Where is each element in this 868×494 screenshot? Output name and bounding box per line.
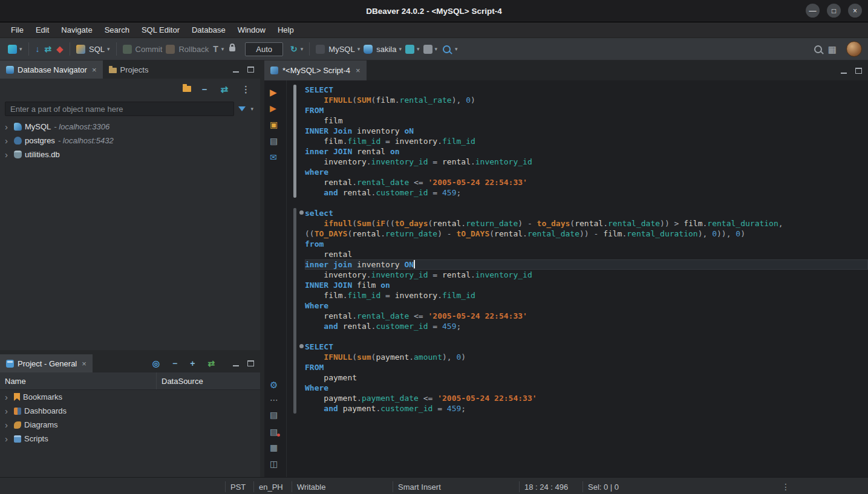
results-grid-icon[interactable]: ▦ xyxy=(270,443,278,452)
maximize-view-icon[interactable] xyxy=(247,360,254,366)
export-results-icon[interactable]: ✉ xyxy=(270,153,277,161)
tree-item-postgres[interactable]: ›postgres - localhost:5432 xyxy=(0,134,260,148)
minimize-view-icon[interactable] xyxy=(233,360,239,366)
code-line[interactable]: Where xyxy=(305,383,868,393)
lock-icon[interactable] xyxy=(229,47,235,51)
code-line[interactable]: and rental.customer_id = 459; xyxy=(305,187,868,198)
table-row-dashboards[interactable]: ›Dashboards xyxy=(0,404,260,418)
expander-icon[interactable]: › xyxy=(5,434,11,443)
arrows-swap-icon[interactable]: ⇄ xyxy=(45,45,52,53)
printer-icon[interactable] xyxy=(423,45,432,54)
collapse-all-icon[interactable]: − xyxy=(202,85,207,94)
chevron-down-icon[interactable]: ▾ xyxy=(399,46,402,52)
vertical-sash[interactable] xyxy=(260,60,264,477)
dbeaver-logo[interactable] xyxy=(846,41,862,57)
output-log-icon[interactable]: ▤ xyxy=(270,411,278,419)
code-line[interactable]: film.film_id = inventory.film_id xyxy=(305,136,868,146)
red-diamond-icon[interactable]: ◆ xyxy=(56,45,63,53)
expander-icon[interactable]: › xyxy=(5,122,11,131)
locate-object-icon[interactable]: ◎ xyxy=(152,359,160,368)
horizontal-sash[interactable] xyxy=(0,350,260,354)
code-line[interactable]: film.film_id = inventory.film_id xyxy=(305,290,868,301)
code-line[interactable]: and rental.customer_id = 459; xyxy=(305,321,868,331)
maximize-window-button[interactable]: □ xyxy=(827,4,841,18)
sql-editor-icon[interactable] xyxy=(76,45,85,54)
code-line[interactable]: IFNULL(SUM(film.rental_rate), 0) xyxy=(305,95,868,105)
chevron-down-icon[interactable]: ▾ xyxy=(435,46,438,52)
chevron-down-icon[interactable]: ▾ xyxy=(250,106,253,112)
expander-icon[interactable]: › xyxy=(5,150,11,159)
statement-marker[interactable] xyxy=(299,344,304,348)
view-menu-icon[interactable]: ⋮ xyxy=(241,85,250,94)
maximize-view-icon[interactable] xyxy=(855,68,862,74)
close-window-button[interactable]: × xyxy=(848,4,862,18)
sql-dropdown[interactable]: SQL xyxy=(89,45,105,54)
expand-icon[interactable]: + xyxy=(190,359,195,368)
code-line[interactable] xyxy=(305,198,868,208)
tab-database-navigator[interactable]: Database Navigator × xyxy=(0,60,103,79)
code-line[interactable]: select xyxy=(305,208,868,218)
settings-gear-icon[interactable]: ⚙ xyxy=(270,380,278,389)
tab-projects[interactable]: Projects xyxy=(103,60,155,79)
filter-funnel-icon[interactable] xyxy=(238,106,246,111)
menu-item-edit[interactable]: Edit xyxy=(30,22,55,37)
rollback-button[interactable]: Rollback xyxy=(178,45,209,54)
code-line[interactable]: FROM xyxy=(305,362,868,372)
chevron-down-icon[interactable]: ▾ xyxy=(301,46,304,52)
code-line[interactable]: ifnull(Sum(iF((tO_days(rental.return_dat… xyxy=(305,218,868,229)
more-actions-icon[interactable]: ⋯ xyxy=(270,395,278,404)
tab-sql-script[interactable]: *<MySQL> Script-4 × xyxy=(264,60,367,80)
close-icon[interactable]: × xyxy=(82,359,86,368)
code-line[interactable]: FROM xyxy=(305,105,868,115)
code-line[interactable]: Where xyxy=(305,301,868,311)
close-icon[interactable]: × xyxy=(92,65,97,74)
code-line[interactable]: and payment.customer_id = 459; xyxy=(305,403,868,414)
layout-panel-icon[interactable]: ◫ xyxy=(270,460,278,468)
explain-plan-icon[interactable]: ▤ xyxy=(270,137,278,145)
code-line[interactable]: ((TO_DAYS(rental.return_date) - tO_DAYS(… xyxy=(305,229,868,239)
schema-database-icon[interactable] xyxy=(364,45,373,54)
code-line[interactable]: where xyxy=(305,167,868,177)
table-row-scripts[interactable]: ›Scripts xyxy=(0,432,260,446)
minimize-view-icon[interactable] xyxy=(233,67,239,73)
commit-button[interactable]: Commit xyxy=(135,45,163,54)
error-log-icon[interactable]: ▤ xyxy=(270,427,278,436)
code-line[interactable]: IFNULL(sum(payment.amount), 0) xyxy=(305,352,868,362)
close-icon[interactable]: × xyxy=(356,66,361,75)
code-line[interactable]: SELECT xyxy=(305,85,868,95)
network-icon[interactable] xyxy=(405,45,414,54)
rollback-icon[interactable] xyxy=(166,45,175,54)
menu-item-help[interactable]: Help xyxy=(272,22,300,37)
expand-folder-icon[interactable] xyxy=(183,86,191,92)
commit-icon[interactable] xyxy=(123,45,132,54)
execute-statement-icon[interactable]: ▶ xyxy=(270,88,277,97)
code-line[interactable]: payment.payment_date <= '2005-05-24 22:5… xyxy=(305,393,868,403)
link-with-editor-icon[interactable]: ⇄ xyxy=(220,85,228,94)
code-line[interactable]: rental.rental_date <= '2005-05-24 22:54:… xyxy=(305,177,868,187)
chevron-down-icon[interactable]: ▾ xyxy=(221,46,224,52)
code-line[interactable]: inner join inventory ON xyxy=(305,259,868,270)
code-line[interactable]: rental xyxy=(305,249,868,259)
connection-plug-icon[interactable] xyxy=(316,45,325,54)
arrow-down-icon[interactable]: ↓ xyxy=(36,45,40,53)
tree-item-utilities-db[interactable]: ›utilities.db xyxy=(0,148,260,161)
statement-marker[interactable] xyxy=(299,210,304,215)
maximize-view-icon[interactable] xyxy=(247,67,254,73)
expander-icon[interactable]: › xyxy=(5,420,11,429)
column-header-datasource[interactable]: DataSource xyxy=(157,377,260,386)
expander-icon[interactable]: › xyxy=(5,136,11,145)
code-line[interactable]: inventory.inventory_id = rental.inventor… xyxy=(305,157,868,167)
chevron-down-icon[interactable]: ▾ xyxy=(19,46,22,52)
table-row-bookmarks[interactable]: ›Bookmarks xyxy=(0,390,260,404)
expander-icon[interactable]: › xyxy=(5,392,11,401)
new-connection-icon[interactable] xyxy=(8,45,17,54)
chevron-down-icon[interactable]: ▾ xyxy=(357,46,361,52)
tab-project-general[interactable]: Project - General × xyxy=(0,354,93,372)
menu-item-database[interactable]: Database xyxy=(186,22,232,37)
chevron-down-icon[interactable]: ▾ xyxy=(455,46,458,52)
menu-item-file[interactable]: File xyxy=(5,22,30,37)
code-line[interactable]: payment xyxy=(305,372,868,383)
column-header-name[interactable]: Name xyxy=(0,372,157,389)
menu-item-search[interactable]: Search xyxy=(99,22,135,37)
schema-selector[interactable]: sakila xyxy=(376,45,396,54)
